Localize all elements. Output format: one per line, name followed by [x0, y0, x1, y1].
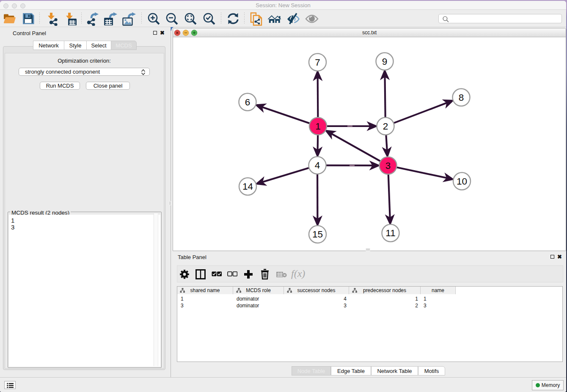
svg-text:15: 15 [312, 229, 323, 240]
svg-text:4: 4 [315, 160, 320, 171]
svg-text:8: 8 [459, 92, 464, 103]
svg-text:2: 2 [383, 121, 388, 132]
svg-text:11: 11 [385, 228, 395, 238]
svg-text:3: 3 [385, 160, 391, 171]
svg-text:6: 6 [245, 97, 250, 108]
svg-text:10: 10 [457, 176, 467, 187]
svg-text:14: 14 [242, 181, 253, 192]
svg-text:9: 9 [382, 56, 388, 67]
svg-text:1: 1 [315, 121, 321, 132]
svg-text:7: 7 [315, 57, 320, 68]
